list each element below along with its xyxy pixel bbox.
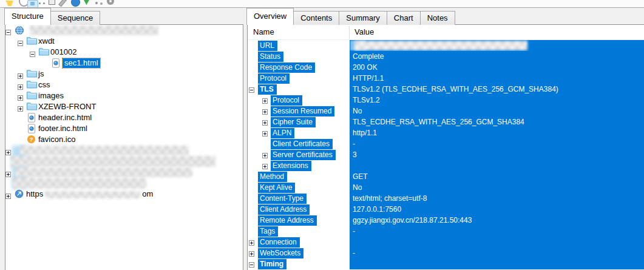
tab-notes[interactable]: Notes [420, 11, 455, 25]
autoscroll-button[interactable] [27, 0, 38, 8]
tree-row[interactable] [5, 145, 243, 156]
table-row[interactable]: TLSTLSv1.2 (TLS_ECDHE_RSA_WITH_AES_256_G… [248, 84, 644, 95]
table-row[interactable]: Kept AliveNo [248, 182, 644, 193]
proxy-globe-icon[interactable] [71, 0, 80, 7]
settings-gear-icon[interactable] [107, 0, 114, 5]
table-row[interactable]: ProtocolHTTP/1.1 [248, 73, 644, 84]
tree-row[interactable]: xwdt [5, 36, 243, 47]
site-icon [15, 189, 24, 201]
name-label: Content-Type [258, 194, 307, 204]
tree-row[interactable]: sec1.html [5, 58, 243, 69]
table-row[interactable]: ALPNhttp/1.1 [248, 127, 644, 138]
tree-row[interactable] [5, 156, 243, 167]
tab-sequence[interactable]: Sequence [50, 11, 101, 25]
table-row[interactable]: ProtocolTLSv1.2 [248, 95, 644, 106]
expander-plus-icon[interactable] [5, 191, 11, 197]
tree-row[interactable]: header.inc.html [5, 112, 243, 123]
edit-pencil-icon[interactable] [58, 0, 67, 7]
name-label: TLS [258, 84, 277, 95]
gauge-icon[interactable] [39, 2, 41, 4]
tree-row[interactable]: XZEWB-FRONT [5, 101, 243, 112]
structure-panel: xwdt001002sec1.htmljscssimagesXZEWB-FRON… [5, 24, 243, 270]
table-row[interactable]: Response Code200 OK [248, 62, 644, 73]
expander-plus-icon[interactable] [249, 250, 254, 255]
tree-row[interactable]: js [5, 69, 243, 79]
clear-session-icon[interactable] [6, 1, 13, 6]
name-label: Method [258, 172, 287, 182]
table-row[interactable]: Timing [248, 258, 644, 269]
expander-minus-icon[interactable] [249, 261, 254, 266]
tree-row[interactable]: 001002 [5, 47, 243, 58]
document-icon[interactable] [49, 0, 55, 5]
site-label-prefix: https [26, 189, 43, 198]
name-cell: Remote Address [248, 215, 350, 226]
table-row[interactable]: URL [248, 40, 644, 51]
expander-minus-icon[interactable] [249, 86, 254, 92]
table-row[interactable]: Cipher SuiteTLS_ECDHE_RSA_WITH_AES_256_G… [248, 116, 644, 127]
expander-plus-icon[interactable] [18, 82, 23, 87]
gear-hole [109, 0, 112, 2]
expander-plus-icon[interactable] [5, 169, 11, 175]
table-row[interactable]: WebSockets- [248, 248, 644, 258]
table-row[interactable]: Extensions [248, 160, 644, 171]
name-cell: Server Certificates [248, 149, 350, 160]
expander-plus-icon[interactable] [249, 239, 254, 245]
table-row[interactable]: Content-Typetext/html; charset=utf-8 [248, 193, 644, 204]
value-cell: ggzy.jiangxi.gov.cn/218.87.21.50:443 [350, 215, 644, 226]
name-label: Status [258, 52, 283, 62]
expander-plus-icon[interactable] [262, 130, 268, 135]
table-row[interactable]: Remote Addressggzy.jiangxi.gov.cn/218.87… [248, 215, 644, 226]
overview-panel: Name Value URLStatusCompleteResponse Cod… [247, 24, 644, 270]
name-label: Cipher Suite [271, 117, 316, 127]
table-row[interactable]: Client Certificates- [248, 138, 644, 149]
column-header-value: Value [354, 25, 374, 39]
tree-row[interactable]: httpsom [5, 189, 243, 200]
expander-plus-icon[interactable] [18, 104, 23, 109]
expander-minus-icon[interactable] [5, 27, 11, 33]
tab-structure[interactable]: Structure [4, 8, 51, 25]
name-cell: Timing [248, 258, 350, 269]
expander-plus-icon[interactable] [5, 147, 11, 153]
table-row[interactable]: Client Address127.0.0.1:7560 [248, 204, 644, 215]
name-cell: Status [248, 51, 350, 62]
expander-plus-icon[interactable] [262, 108, 268, 113]
name-cell: Protocol [248, 95, 350, 106]
tab-overview[interactable]: Overview [246, 8, 294, 25]
expander-plus-icon[interactable] [262, 163, 268, 168]
value-cell [350, 40, 644, 51]
tree-row[interactable]: images [5, 90, 243, 101]
tree-node-label: httpsom [26, 189, 153, 200]
table-row[interactable]: Session ResumedNo [248, 106, 644, 116]
table-row[interactable]: Connection [248, 237, 644, 248]
tab-summary[interactable]: Summary [339, 11, 387, 25]
name-label: Response Code [258, 62, 315, 73]
expander-plus-icon[interactable] [262, 119, 268, 124]
svg-text:?: ? [29, 136, 33, 143]
value-cell [350, 258, 644, 269]
tab-contents[interactable]: Contents [293, 11, 339, 25]
tree-row[interactable] [5, 25, 243, 36]
expander-plus-icon[interactable] [18, 71, 23, 76]
tree-row[interactable]: ?favicon.ico [5, 134, 243, 145]
value-cell: 3 [350, 149, 644, 160]
tree-row[interactable] [5, 167, 243, 178]
expander-minus-icon[interactable] [18, 38, 23, 44]
table-row[interactable]: MethodGET [248, 171, 644, 182]
name-cell: Method [248, 171, 350, 182]
expander-plus-icon[interactable] [18, 93, 23, 98]
expander-plus-icon[interactable] [262, 97, 268, 103]
tree-row[interactable]: css [5, 79, 243, 90]
tools-icon[interactable] [95, 2, 98, 4]
table-row[interactable]: Tags- [248, 226, 644, 237]
expander-minus-icon[interactable] [30, 49, 35, 55]
value-cell: No [350, 182, 644, 193]
value-cell: 127.0.0.1:7560 [350, 204, 644, 215]
table-row[interactable]: StatusComplete [248, 51, 644, 62]
expander-plus-icon[interactable] [262, 152, 268, 157]
table-row[interactable]: Server Certificates3 [248, 149, 644, 160]
tree-row[interactable] [5, 178, 243, 189]
tab-chart[interactable]: Chart [387, 11, 421, 25]
throttle-icon[interactable] [83, 0, 90, 5]
tree-row[interactable]: footer.inc.html [5, 123, 243, 134]
name-cell: Response Code [248, 62, 350, 73]
